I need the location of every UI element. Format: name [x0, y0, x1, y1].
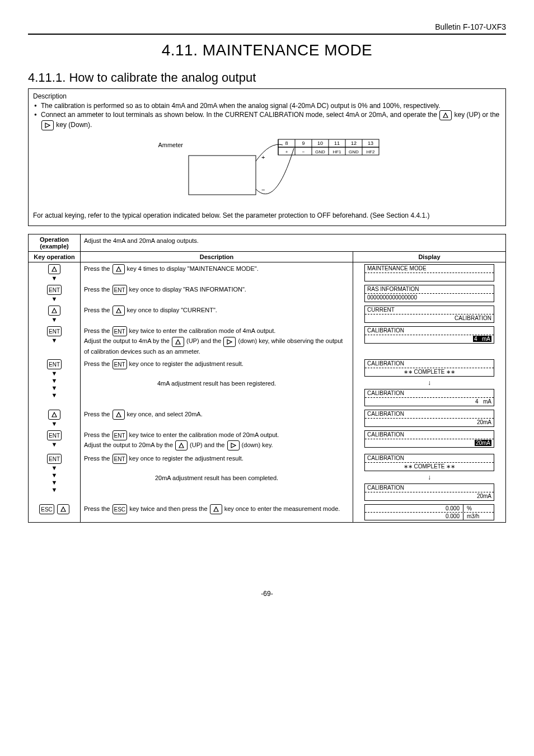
lcd-after-4: CALIBRATION 4 mA: [364, 389, 494, 406]
procedure-table: Operation (example) Adjust the 4mA and 2…: [28, 234, 506, 523]
page-title: 4.11. MAINTENANCE MODE: [28, 41, 506, 59]
bullet-2-text-a: Connect an ammeter to Iout terminals as …: [41, 111, 439, 119]
col-desc: Description: [81, 252, 353, 262]
right-key-icon: [227, 440, 240, 450]
svg-text:13: 13: [368, 140, 373, 146]
up-key-icon: [48, 410, 60, 420]
flow-arrow-icon: ↓: [428, 379, 431, 387]
up-key-icon: [48, 306, 60, 316]
ent-key-icon: ENT: [113, 430, 127, 440]
right-key-icon: [41, 120, 54, 130]
ammeter-diagram: Ammeter + − 8+9−10GND11HF112GND13HF2: [33, 136, 501, 203]
up-key-icon: [439, 110, 452, 120]
op-header: Operation (example): [29, 234, 81, 252]
ent-key-icon: ENT: [113, 454, 127, 464]
step-8-desc: Press the ENT key once to register the a…: [81, 452, 353, 503]
up-key-icon: [210, 504, 222, 514]
up-key-icon: [113, 410, 125, 420]
up-key-icon: [113, 306, 125, 316]
col-key: Key operation: [29, 252, 81, 262]
svg-text:11: 11: [334, 140, 340, 146]
lcd-measurement: 0.000% 0.000m3/h: [364, 504, 494, 520]
step-1-desc: Press the key 4 times to display "MAINTE…: [81, 262, 353, 284]
page-number: -69-: [28, 590, 506, 598]
col-disp: Display: [353, 252, 506, 262]
svg-rect-0: [189, 156, 256, 195]
svg-text:8: 8: [285, 140, 288, 146]
step-9-desc: Press the ESC key twice and then press t…: [81, 503, 353, 523]
header-rule: [28, 34, 506, 35]
section-title: 4.11.1. How to calibrate the analog outp…: [28, 71, 506, 85]
keying-note: For actual keying, refer to the typical …: [33, 211, 501, 220]
lcd-ras: RAS INFORMATION 0000000000000000: [364, 285, 494, 302]
up-key-icon: [113, 264, 125, 274]
bulletin-id: Bulletin F-107-UXF3: [28, 22, 506, 31]
op-value: Adjust the 4mA and 20mA analog outputs.: [81, 234, 506, 252]
svg-text:GND: GND: [315, 149, 325, 154]
flow-arrow-icon: ▼: [51, 275, 58, 281]
up-key-icon: [48, 264, 60, 274]
lcd-current: CURRENT CALIBRATION: [364, 306, 494, 323]
ent-key-icon: ENT: [47, 326, 62, 336]
step-7-desc: Press the ENT key twice to enter the cal…: [81, 429, 353, 452]
description-label: Description: [33, 92, 501, 100]
bullet-1: The calibration is performed so as to ob…: [33, 101, 501, 110]
svg-text:−: −: [302, 149, 305, 154]
up-key-icon: [57, 504, 69, 514]
svg-text:Ammeter: Ammeter: [158, 142, 183, 148]
svg-text:10: 10: [317, 140, 323, 146]
step-2-desc: Press the ENT key once to display "RAS I…: [81, 283, 353, 304]
up-key-icon: [175, 440, 188, 450]
svg-text:+: +: [285, 149, 288, 154]
svg-text:9: 9: [302, 140, 305, 146]
esc-key-icon: ESC: [39, 504, 54, 514]
lcd-complete-4: CALIBRATION ∗∗ COMPLETE ∗∗: [364, 359, 494, 377]
lcd-cal-4ma: CALIBRATION 4 mA: [364, 326, 494, 344]
bullet-2-text-b: key (UP) or the: [455, 111, 500, 119]
lcd-maintenance: MAINTENANCE MODE: [364, 264, 494, 281]
step-5-desc: Press the ENT key once to register the a…: [81, 358, 353, 408]
step-3-desc: Press the key once to display "CURRENT".: [81, 304, 353, 325]
lcd-cal-20: CALIBRATION 20mA: [364, 430, 494, 448]
step-6-desc: Press the key once, and select 20mA.: [81, 408, 353, 429]
svg-text:GND: GND: [349, 149, 359, 154]
svg-text:−: −: [261, 186, 265, 193]
svg-text:12: 12: [351, 140, 357, 146]
flow-arrow-icon: ↓: [428, 473, 431, 481]
ent-key-icon: ENT: [113, 285, 127, 295]
ent-key-icon: ENT: [47, 359, 62, 369]
ent-key-icon: ENT: [113, 326, 127, 336]
description-box: Description The calibration is performed…: [28, 88, 506, 226]
svg-text:+: +: [261, 154, 265, 161]
bullet-2-text-c: key (Down).: [56, 121, 92, 129]
up-key-icon: [172, 337, 184, 347]
right-key-icon: [223, 337, 236, 347]
ent-key-icon: ENT: [47, 454, 62, 464]
lcd-complete-20: CALIBRATION ∗∗ COMPLETE ∗∗: [364, 454, 494, 471]
step-4-desc: Press the ENT key twice to enter the cal…: [81, 325, 353, 358]
bullet-2: Connect an ammeter to Iout terminals as …: [33, 110, 501, 130]
lcd-after-20: CALIBRATION 20mA: [364, 483, 494, 501]
lcd-select-20: CALIBRATION 20mA: [364, 410, 494, 427]
svg-text:HF1: HF1: [332, 149, 341, 154]
esc-key-icon: ESC: [113, 504, 128, 514]
ent-key-icon: ENT: [47, 430, 62, 440]
ent-key-icon: ENT: [113, 359, 127, 369]
ent-key-icon: ENT: [47, 285, 62, 295]
svg-text:HF2: HF2: [366, 149, 375, 154]
